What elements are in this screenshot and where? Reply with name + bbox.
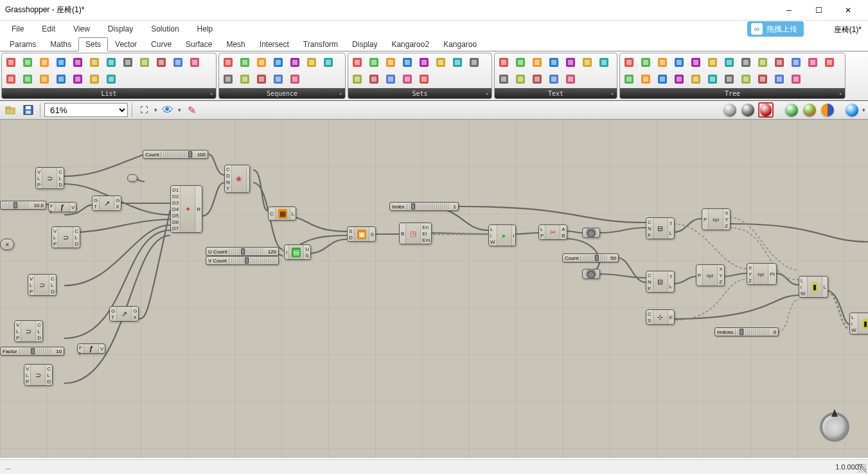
input-port[interactable]: N	[648, 225, 651, 232]
tab-curve[interactable]: Curve	[144, 37, 179, 51]
menu-file[interactable]: File	[3, 22, 33, 36]
slider-factor[interactable]: Factor 10	[0, 347, 64, 356]
ribbon-icon[interactable]	[103, 55, 119, 70]
component-divide[interactable]: VLP⊃CLD	[24, 364, 53, 386]
output-port[interactable]: L	[58, 175, 62, 181]
input-port[interactable]: Y	[748, 271, 752, 277]
input-port[interactable]: t	[79, 351, 82, 356]
ribbon-icon[interactable]	[366, 55, 382, 70]
input-port[interactable]: P	[540, 232, 544, 239]
ribbon-icon[interactable]	[529, 71, 545, 87]
component-brep[interactable]: B◳EnEiEm	[399, 223, 432, 244]
output-port[interactable]: C	[47, 365, 51, 372]
input-port[interactable]: F	[79, 345, 82, 351]
tab-kangaroo[interactable]: Kangaroo	[436, 37, 484, 51]
ribbon-icon[interactable]	[529, 55, 545, 70]
ribbon-icon[interactable]	[546, 71, 562, 87]
preview-toggle-button[interactable]: 👁	[160, 102, 175, 118]
open-button[interactable]	[3, 102, 18, 118]
ribbon-icon[interactable]	[638, 55, 653, 70]
tab-sets[interactable]: Sets	[78, 37, 108, 51]
ribbon-icon[interactable]	[37, 55, 52, 70]
ribbon-icon[interactable]	[638, 71, 653, 87]
save-button[interactable]	[21, 102, 36, 118]
output-port[interactable]: Pt	[770, 271, 775, 277]
ribbon-icon[interactable]	[496, 55, 511, 70]
output-port[interactable]: Y	[719, 272, 722, 278]
component-divide[interactable]: VLP⊃CLD	[28, 274, 57, 296]
input-port[interactable]: C	[226, 166, 230, 172]
ribbon-icon[interactable]	[120, 55, 136, 70]
ribbon-icon[interactable]	[237, 71, 252, 87]
ribbon-icon[interactable]	[400, 55, 415, 70]
component-partition[interactable]: CNK⊟TL	[646, 271, 675, 293]
ribbon-icon[interactable]	[350, 71, 365, 87]
ribbon-icon[interactable]	[688, 71, 704, 87]
input-port[interactable]: i	[851, 320, 856, 327]
input-port[interactable]: T	[226, 185, 230, 192]
input-port[interactable]: D4	[172, 206, 179, 212]
component-shatter[interactable]: LP✂AB	[538, 224, 567, 240]
ribbon-icon[interactable]	[270, 71, 286, 87]
output-port[interactable]: C	[51, 275, 55, 282]
component-merge[interactable]: D1D2D3D4D5D6D7✦R	[170, 185, 202, 233]
component-construct-point[interactable]: XYZxyzPt	[747, 263, 777, 285]
output-port[interactable]: En	[422, 224, 430, 230]
ribbon-icon[interactable]	[383, 71, 398, 87]
ribbon-icon[interactable]	[563, 71, 578, 87]
component-list-item[interactable]: LiW▮L	[849, 313, 868, 334]
input-port[interactable]: S	[648, 317, 651, 324]
ribbon-icon[interactable]	[237, 55, 252, 70]
menu-view[interactable]: View	[64, 22, 99, 36]
slider-indices[interactable]: Indices 0	[714, 327, 779, 336]
input-port[interactable]: C	[648, 272, 651, 278]
component-divide[interactable]: VLP⊃CLD	[35, 167, 64, 189]
output-port[interactable]: X	[725, 210, 728, 216]
ribbon-icon[interactable]	[621, 71, 637, 87]
ribbon-label-text[interactable]: Text	[495, 88, 617, 98]
ribbon-icon[interactable]	[433, 55, 448, 70]
tab-surface[interactable]: Surface	[179, 37, 219, 51]
output-port[interactable]: V	[71, 204, 75, 210]
ribbon-icon[interactable]	[154, 55, 169, 70]
sketch-button[interactable]: ✎	[184, 102, 199, 118]
tab-maths[interactable]: Maths	[43, 37, 78, 51]
input-port[interactable]: t	[50, 209, 53, 215]
output-port[interactable]: L	[75, 234, 78, 241]
input-port[interactable]: D7	[172, 225, 179, 232]
ribbon-icon[interactable]	[466, 55, 482, 70]
component-deconstruct-point[interactable]: PxyzXYZ	[702, 208, 731, 230]
output-port[interactable]: L	[669, 284, 673, 290]
output-port[interactable]: T	[669, 274, 673, 280]
output-port[interactable]: G	[133, 307, 137, 314]
output-port[interactable]: L	[47, 372, 51, 378]
input-port[interactable]: P	[698, 272, 701, 278]
input-port[interactable]: D3	[172, 199, 179, 206]
canvas[interactable]: Count 100 10.0 Factor 10 Index 1 U Count…	[0, 120, 868, 458]
param-data[interactable]: ✕	[0, 239, 14, 250]
ribbon-icon[interactable]	[70, 55, 85, 70]
upload-button[interactable]: ∞ 拖拽上传	[747, 21, 804, 37]
ribbon-icon[interactable]	[621, 55, 637, 70]
param-curve[interactable]: ◯	[582, 228, 600, 238]
output-port[interactable]: L	[37, 328, 41, 334]
slider-value-100[interactable]: 10.0	[0, 201, 46, 210]
output-port[interactable]: L	[292, 210, 294, 217]
ribbon-icon[interactable]	[688, 55, 704, 70]
tab-intersect[interactable]: Intersect	[252, 37, 296, 51]
input-port[interactable]: X	[748, 264, 752, 271]
tab-mesh[interactable]: Mesh	[219, 37, 252, 51]
slider-vcount[interactable]: V Count	[206, 256, 279, 265]
input-port[interactable]: V	[16, 322, 19, 328]
tab-vector[interactable]: Vector	[108, 37, 144, 51]
ribbon-icon[interactable]	[3, 71, 19, 87]
output-port[interactable]: C	[75, 228, 78, 234]
ribbon-icon[interactable]	[671, 71, 687, 87]
slider-count2[interactable]: Count 50	[562, 253, 619, 262]
menu-help[interactable]: Help	[188, 22, 222, 36]
input-port[interactable]: D1	[172, 187, 179, 193]
ribbon-icon[interactable]	[270, 55, 286, 70]
output-port[interactable]: R	[197, 206, 200, 212]
output-port[interactable]: A	[562, 226, 565, 232]
minimize-button[interactable]: ─	[774, 1, 804, 20]
